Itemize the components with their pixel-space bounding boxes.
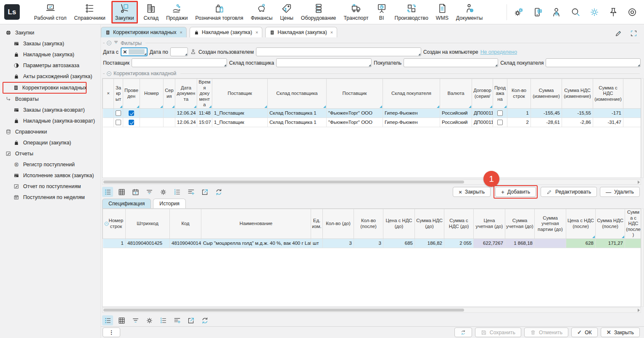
column-header[interactable]: Сумма НДС (до) (415, 209, 444, 239)
tab-item[interactable]: Накладная (закупка)× (265, 27, 337, 37)
checkbox[interactable] (129, 120, 134, 125)
column-header[interactable]: Поставщик (327, 79, 383, 109)
pin-button[interactable] (607, 5, 620, 19)
calendar-button[interactable] (130, 187, 141, 197)
date-to-input[interactable] (170, 47, 188, 56)
table-row[interactable]: 148109040014254810904001425Сыр "моцарелл… (103, 238, 641, 248)
column-header[interactable]: Сумма с НДС (изменение) (593, 79, 623, 109)
list-view-button[interactable] (102, 187, 113, 197)
close-button[interactable]: ✕Закрыть (601, 328, 640, 337)
table-row[interactable]: 12.06.2411:481_ПоставщикСклад Поставщика… (103, 108, 641, 118)
ok-button[interactable]: ✓ОК (571, 328, 598, 337)
column-header[interactable]: Кол-во (после) (354, 209, 383, 239)
nav-item-equipment[interactable]: Оборудование (299, 0, 338, 24)
column-header[interactable] (623, 79, 641, 109)
checkbox[interactable] (116, 120, 121, 125)
column-header[interactable]: Продажа на (493, 79, 507, 109)
nav-item-prices[interactable]: Цены (278, 0, 295, 24)
column-header[interactable]: Закрыт (114, 79, 123, 109)
collapse-icon[interactable] (107, 41, 111, 45)
sidebar-item[interactable]: Возвраты (0, 94, 100, 105)
profile-button[interactable] (550, 5, 563, 19)
created-by-input[interactable] (256, 47, 421, 56)
nav-item-documents[interactable]: Документы (454, 0, 484, 24)
supplier-stock-input[interactable] (276, 58, 372, 67)
cancel-button[interactable]: Отменить (524, 328, 568, 337)
column-header[interactable]: × (103, 79, 114, 109)
gear-button[interactable] (158, 187, 169, 197)
settings-button[interactable] (512, 5, 525, 19)
column-header[interactable]: Сумма учетная партии (до) (535, 209, 566, 239)
date-from-input[interactable]: ✕ (121, 47, 148, 56)
gear-button[interactable] (144, 315, 155, 325)
tab-close-icon[interactable]: × (256, 30, 258, 35)
more-menu-button[interactable]: ⋮ (103, 328, 120, 337)
nav-item-production[interactable]: Производство (393, 0, 430, 24)
column-header[interactable]: Склад покупателя (383, 79, 440, 109)
customer-stock-input[interactable] (546, 58, 641, 67)
column-header[interactable]: Договор (серия/ (472, 79, 493, 109)
nav-item-wms[interactable]: WMS (434, 0, 450, 24)
vertical-scrollbar[interactable] (641, 208, 644, 307)
column-header[interactable]: Сумма НДС (изменение) (562, 79, 593, 109)
sidebar-item[interactable]: Накладные (закупка) (0, 49, 100, 60)
sidebar-item[interactable]: Справочники (0, 126, 100, 137)
column-header[interactable]: Номер строк (103, 209, 126, 239)
sidebar-item[interactable]: Отчет по поступлениям (0, 181, 100, 192)
vertical-scrollbar[interactable] (641, 78, 644, 178)
tab-item[interactable]: Корректировки накладных× (101, 27, 187, 37)
refresh-button[interactable] (454, 328, 472, 337)
add-button[interactable]: +Добавить (495, 187, 536, 197)
edit-button[interactable]: Редактировать (541, 187, 597, 197)
checkbox[interactable] (497, 120, 503, 125)
column-header[interactable]: Сумма учетная (до) (505, 209, 535, 239)
sidebar-item[interactable]: ®Регистр поступлений (0, 159, 100, 170)
list-view-button[interactable] (102, 315, 113, 325)
filter-button[interactable] (130, 315, 141, 325)
horizontal-scrollbar[interactable] (102, 307, 641, 313)
checkbox[interactable] (116, 110, 121, 116)
scroll-right-icon[interactable] (638, 309, 640, 312)
sidebar-item[interactable]: Параметры автозаказа (0, 60, 100, 71)
column-header[interactable]: Цена с НДС (после) (566, 209, 596, 239)
feedback-button[interactable] (531, 5, 544, 19)
sidebar-item[interactable]: Накладные (закупка-возврат) (0, 115, 100, 126)
save-button[interactable]: Сохранить (475, 328, 521, 337)
column-header[interactable]: Кол-во строк (507, 79, 531, 109)
search-button[interactable] (569, 5, 582, 19)
grid-button[interactable] (116, 315, 127, 325)
column-header[interactable]: Сумма с НДС (до) (444, 209, 474, 239)
add-rows-button[interactable] (172, 315, 182, 325)
sidebar-item[interactable]: Поступления по неделям (0, 192, 100, 203)
detail-tab[interactable]: История (153, 199, 186, 208)
column-header[interactable]: Наименование (201, 209, 311, 239)
export-button[interactable] (185, 315, 196, 325)
column-header[interactable]: Сумма с НДС (после) (625, 209, 641, 239)
column-header[interactable]: Штрихкод (126, 209, 170, 239)
tab-close-icon[interactable]: × (180, 30, 182, 35)
horizontal-scrollbar[interactable] (102, 179, 641, 185)
column-header[interactable]: Проведен (123, 79, 140, 109)
nav-item-warehouse[interactable]: Склад (142, 0, 161, 24)
sidebar-item[interactable]: Акты расхождений (закупка) (0, 71, 100, 82)
column-header[interactable]: Поставщик (212, 79, 268, 109)
column-header[interactable]: Склад поставщика (268, 79, 327, 109)
numbered-list-button[interactable] (172, 187, 182, 197)
sidebar-item[interactable]: Заказы (закупка) (0, 38, 100, 49)
sidebar-item[interactable]: Закупки (0, 27, 100, 38)
column-header[interactable]: Сумма НДС (после) (596, 209, 625, 239)
export-button[interactable] (199, 187, 210, 197)
nav-item-catalog[interactable]: Справочники (72, 0, 107, 24)
theme-button[interactable] (588, 5, 601, 19)
column-header[interactable]: Ед. изм. (311, 209, 323, 239)
visibility-button[interactable] (626, 5, 639, 19)
column-header[interactable]: Кол-во (до) (323, 209, 354, 239)
filter-button[interactable] (144, 187, 155, 197)
nav-item-desktop[interactable]: Рабочий стол (32, 0, 68, 24)
supplier-input[interactable] (132, 58, 227, 67)
close-record-button[interactable]: ×Закрыть (453, 187, 491, 197)
sidebar-item[interactable]: Операции (закупка) (0, 137, 100, 148)
created-on-link[interactable]: Не определено (480, 49, 517, 55)
scrollbar-thumb[interactable] (103, 309, 464, 312)
nav-item-transport[interactable]: Транспорт (342, 0, 370, 24)
